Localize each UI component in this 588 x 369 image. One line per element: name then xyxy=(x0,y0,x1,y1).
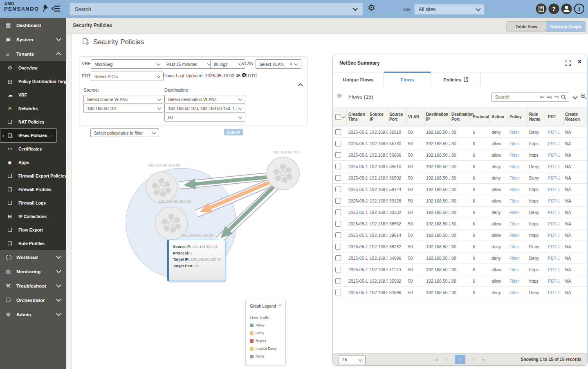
flows-search[interactable]: AaAb|R*| xyxy=(491,92,569,102)
sidebar-item-orchestrator[interactable]: ❐Orchestrator xyxy=(0,293,66,307)
column-header-rule-name[interactable]: Rule Name xyxy=(527,108,546,126)
pdt-link[interactable]: PDT-1 xyxy=(546,267,563,272)
sidebar-item-certificates[interactable]: ▭Certificates xyxy=(0,142,66,155)
pdt-link[interactable]: PDT-1 xyxy=(546,141,563,146)
sidebar-item-overview[interactable]: ⚙Overview xyxy=(0,61,66,74)
policy-filter-link[interactable]: Filter xyxy=(508,153,527,158)
sidebar-item-workload[interactable]: ◯Workload xyxy=(0,250,66,264)
row-checkbox[interactable] xyxy=(335,209,341,215)
policy-filter-link[interactable]: Filter xyxy=(508,210,527,215)
column-header-policy[interactable]: Policy xyxy=(508,108,527,126)
column-header-creation-time[interactable]: Creation Time xyxy=(347,108,368,126)
row-checkbox[interactable] xyxy=(335,244,341,250)
sidebar-item-ipsec-policies[interactable]: ❏IPsec Policies xyxy=(0,128,66,142)
flow-allow-arrow[interactable] xyxy=(190,177,267,184)
row-checkbox[interactable] xyxy=(335,232,341,238)
row-checkbox[interactable] xyxy=(335,267,341,272)
clear-vlan-icon[interactable]: × xyxy=(290,62,292,67)
chevron-down-icon[interactable] xyxy=(342,115,345,118)
flows-search-input[interactable] xyxy=(494,94,538,100)
row-checkbox[interactable] xyxy=(335,278,341,284)
help-icon[interactable]: ? xyxy=(548,3,559,14)
row-checkbox[interactable] xyxy=(335,129,341,135)
policy-filter-link[interactable]: Filter xyxy=(508,141,527,146)
flow-deny-arrow[interactable] xyxy=(206,182,269,209)
search-tool-2[interactable]: R*| xyxy=(554,95,559,99)
site-select[interactable]: All sites xyxy=(414,4,485,15)
source-ip-select[interactable]: 192.168.50.101 xyxy=(83,104,164,112)
first-page-button[interactable]: « xyxy=(435,356,438,362)
vlan-select[interactable]: Select VLAN × xyxy=(256,59,301,69)
policy-filter-link[interactable]: Filter xyxy=(508,164,527,169)
clear-button[interactable]: CLEAR xyxy=(224,129,243,135)
destination-vlans-select[interactable]: Select destination VLANs xyxy=(164,95,245,104)
row-checkbox[interactable] xyxy=(335,198,341,204)
pdt-link[interactable]: PDT-1 xyxy=(546,153,563,158)
pdt-link[interactable]: PDT-1 xyxy=(546,176,563,180)
expand-panel-icon[interactable] xyxy=(566,61,571,66)
zoom-in-icon[interactable] xyxy=(581,93,587,99)
sidebar-item-troubleshoot[interactable]: ⚒Troubleshoot xyxy=(0,279,66,293)
chevron-down-icon[interactable] xyxy=(352,6,358,11)
policy-filter-link[interactable]: Filter xyxy=(508,187,527,192)
sidebar-item-system[interactable]: ▣System xyxy=(0,32,66,47)
user-account-icon[interactable] xyxy=(561,3,572,14)
policy-filter-link[interactable]: Filter xyxy=(508,244,527,249)
sidebar-item-monitoring[interactable]: ▥Monitoring xyxy=(0,264,66,279)
policy-filter-link[interactable]: Filter xyxy=(508,198,527,203)
pdt-link[interactable]: PDT-1 xyxy=(546,164,563,169)
network-graph-button[interactable]: Network Graph xyxy=(546,21,586,32)
pdt-link[interactable]: PDT-1 xyxy=(546,290,563,295)
pdt-select[interactable]: Select PDTs xyxy=(91,72,164,81)
column-header-source-ip[interactable]: Source IP xyxy=(368,108,388,126)
release-notes-icon[interactable] xyxy=(536,3,547,14)
search-tool-0[interactable]: Aa xyxy=(540,95,544,99)
pdt-link[interactable]: PDT-1 xyxy=(546,198,563,203)
policy-filter-link[interactable]: Filter xyxy=(508,290,527,295)
node-192-168-50-200[interactable] xyxy=(146,172,177,203)
policy-filter-link[interactable]: Filter xyxy=(508,130,527,135)
global-search-input[interactable] xyxy=(70,7,353,12)
row-checkbox[interactable] xyxy=(335,255,341,261)
pdt-link[interactable]: PDT-1 xyxy=(546,256,563,261)
column-header-vlan[interactable]: VLAN xyxy=(406,108,424,126)
pdt-link[interactable]: PDT-1 xyxy=(546,130,563,135)
table-view-button[interactable]: Table View xyxy=(506,21,547,32)
sidebar-item-ip-collections[interactable]: ⊞IP Collections xyxy=(0,209,66,223)
pdt-link[interactable]: PDT-1 xyxy=(546,279,563,284)
search-icon[interactable] xyxy=(561,94,566,100)
tab-flows[interactable]: Flows xyxy=(384,72,431,86)
policy-filter-link[interactable]: Filter xyxy=(508,176,527,180)
column-header-protocol[interactable]: Protocol xyxy=(471,108,490,126)
source-vlans-select[interactable]: Select source VLANs xyxy=(83,95,164,104)
next-page-button[interactable]: › xyxy=(473,356,474,362)
flow-allow-arrow[interactable] xyxy=(225,186,274,234)
sidebar-item-vrf[interactable]: ☁VRF xyxy=(0,88,66,101)
global-search[interactable] xyxy=(70,3,363,16)
sidebar-item-nat-policies[interactable]: ❏NAT Policies xyxy=(0,115,66,128)
sidebar-item-apps[interactable]: ◆Apps xyxy=(0,155,66,169)
sidebar-item-admin[interactable]: ⚙Admin xyxy=(0,307,66,322)
row-checkbox[interactable] xyxy=(335,187,341,192)
sidebar-item-tenants[interactable]: ⌂Tenants xyxy=(0,47,66,61)
settings-gear-icon[interactable]: ⚙ xyxy=(368,3,375,13)
time-range-select[interactable]: Past 15 minutes xyxy=(163,59,214,69)
pdt-link[interactable]: PDT-1 xyxy=(546,221,563,226)
row-checkbox[interactable] xyxy=(335,164,341,169)
log-limit-select[interactable]: 8k logs xyxy=(210,59,245,69)
sidebar-item-dashboard[interactable]: ▦Dashboard xyxy=(0,18,66,32)
sidebar-item-firewall-export-policies[interactable]: ❏Firewall Export Policies xyxy=(0,169,66,182)
column-header-destination-port[interactable]: Destination Port xyxy=(450,108,471,126)
collapse-legend-icon[interactable] xyxy=(278,304,282,308)
close-panel-icon[interactable]: × xyxy=(578,58,581,65)
pdt-link[interactable]: PDT-1 xyxy=(546,233,563,238)
search-tool-1[interactable]: Ab| xyxy=(547,95,552,99)
column-header-action[interactable]: Action xyxy=(490,108,508,126)
chevron-down-icon[interactable] xyxy=(572,94,578,99)
current-page-button[interactable]: 1 xyxy=(455,355,465,364)
pdt-link[interactable]: PDT-1 xyxy=(546,187,563,192)
column-header-source-port[interactable]: Source Port xyxy=(388,108,406,126)
destination-port-select[interactable]: 80 xyxy=(164,113,245,122)
select-all-checkbox[interactable] xyxy=(335,114,341,120)
row-checkbox[interactable] xyxy=(335,141,341,146)
